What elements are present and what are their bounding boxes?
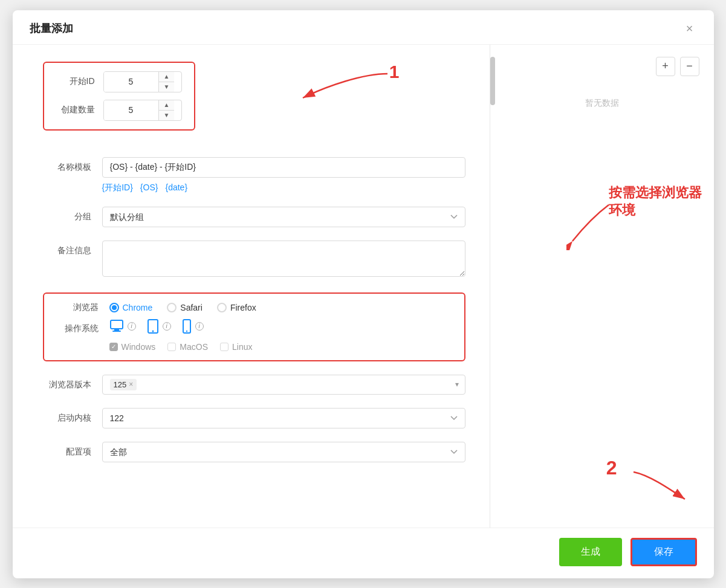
dialog-title: 批量添加	[30, 21, 73, 36]
name-template-row: 名称模板 {开始ID} {OS} {date}	[43, 157, 465, 193]
safari-radio[interactable]	[167, 303, 177, 312]
kernel-label: 启动内核	[43, 408, 91, 424]
browser-chrome-option[interactable]: Chrome	[109, 303, 153, 312]
version-tag-value: 125	[114, 380, 127, 389]
start-id-input[interactable]	[104, 72, 158, 92]
right-top-buttons: + −	[505, 57, 699, 76]
create-count-down[interactable]: ▼	[159, 111, 175, 120]
tablet-icon-item: i	[147, 319, 171, 334]
linux-checkbox[interactable]	[220, 343, 228, 351]
tablet-info-icon[interactable]: i	[163, 322, 171, 331]
browser-version-label: 浏览器版本	[43, 375, 91, 390]
browser-firefox-option[interactable]: Firefox	[217, 303, 256, 312]
firefox-radio[interactable]	[217, 303, 227, 312]
config-select[interactable]: 全部	[102, 442, 465, 462]
windows-checkbox[interactable]	[109, 343, 118, 351]
firefox-label: Firefox	[230, 303, 256, 312]
chrome-radio[interactable]	[109, 303, 119, 312]
config-label: 配置项	[43, 442, 91, 457]
id-count-box: 开始ID ▲ ▼ 创建数量	[43, 62, 195, 131]
browser-safari-option[interactable]: Safari	[167, 303, 203, 312]
note-label: 备注信息	[43, 241, 91, 256]
svg-point-5	[152, 330, 154, 332]
dialog-body: 开始ID ▲ ▼ 创建数量	[13, 45, 714, 528]
svg-rect-1	[111, 320, 123, 329]
svg-point-7	[186, 330, 187, 331]
config-row: 配置项 全部	[43, 442, 465, 462]
browser-label: 浏览器	[56, 302, 99, 313]
tag-date[interactable]: {date}	[165, 183, 187, 193]
windows-icon-item: i	[109, 320, 136, 333]
macos-checkbox[interactable]	[167, 343, 176, 351]
start-id-label: 开始ID	[53, 76, 95, 87]
note-textarea[interactable]	[102, 241, 465, 277]
annotation-1-area: 1	[267, 68, 400, 106]
name-template-input[interactable]	[102, 157, 465, 178]
windows-checkbox-label: Windows	[122, 342, 156, 352]
group-select[interactable]: 默认分组	[102, 207, 465, 227]
remove-item-button[interactable]: −	[680, 57, 699, 76]
browser-annotation-arrow	[566, 202, 615, 250]
tag-start-id[interactable]: {开始ID}	[102, 183, 133, 193]
name-template-label: 名称模板	[43, 157, 91, 173]
no-data-text: 暂无数据	[505, 98, 699, 109]
annotation-num-1: 1	[389, 62, 400, 82]
add-item-button[interactable]: +	[656, 57, 675, 76]
tag-os[interactable]: {OS}	[140, 183, 158, 193]
browser-radio-group: Chrome Safari Firefox	[109, 303, 256, 312]
annotation-num-2: 2	[606, 457, 617, 479]
dialog-footer: 生成 保存	[13, 528, 714, 578]
os-label: 操作系统	[56, 323, 99, 334]
scrollbar-track	[490, 45, 495, 491]
scrollbar-thumb	[490, 57, 495, 105]
phone-icon	[182, 319, 192, 334]
group-row: 分组 默认分组	[43, 207, 465, 227]
version-dropdown-icon[interactable]: ▾	[455, 380, 459, 389]
version-tag-close[interactable]: ×	[129, 380, 133, 389]
chrome-label: Chrome	[123, 303, 153, 312]
phone-icon-item: i	[182, 319, 204, 334]
close-button[interactable]: ×	[682, 21, 697, 36]
safari-label: Safari	[180, 303, 203, 312]
create-count-up[interactable]: ▲	[159, 100, 175, 111]
batch-add-dialog: 批量添加 × 开始ID ▲ ▼	[13, 10, 714, 578]
dialog-header: 批量添加 ×	[13, 10, 714, 45]
tablet-icon	[147, 319, 159, 334]
os-checkbox-group: Windows MacOS Linux	[109, 342, 253, 352]
template-tags: {开始ID} {OS} {date}	[102, 183, 465, 193]
start-id-spinner[interactable]: ▲ ▼	[103, 71, 182, 92]
kernel-select[interactable]: 122	[102, 408, 465, 428]
phone-info-icon[interactable]: i	[195, 322, 204, 331]
create-count-label: 创建数量	[53, 105, 95, 115]
linux-checkbox-label: Linux	[232, 342, 252, 352]
os-icons-row: 操作系统 i	[56, 319, 452, 338]
browser-version-input[interactable]: 125 × ▾	[102, 375, 465, 395]
windows-checkbox-item[interactable]: Windows	[109, 342, 156, 352]
os-checkbox-row: Windows MacOS Linux	[56, 342, 452, 352]
create-count-spinner[interactable]: ▲ ▼	[103, 100, 182, 121]
annotation-arrow-2	[630, 469, 691, 505]
right-panel: + − 暂无数据 按需选择浏览器环境 2	[490, 45, 714, 528]
browser-os-box: 浏览器 Chrome Safari Firefox	[43, 292, 465, 361]
start-id-down[interactable]: ▼	[159, 82, 175, 92]
create-count-input[interactable]	[104, 100, 158, 120]
linux-checkbox-item[interactable]: Linux	[220, 342, 252, 352]
browser-row: 浏览器 Chrome Safari Firefox	[56, 302, 452, 313]
browser-annotation: 按需选择浏览器环境	[609, 184, 702, 219]
windows-info-icon[interactable]: i	[128, 322, 136, 331]
generate-button[interactable]: 生成	[559, 538, 622, 566]
version-tag-125: 125 ×	[110, 379, 137, 390]
note-row: 备注信息	[43, 241, 465, 279]
browser-annotation-text: 按需选择浏览器环境	[609, 185, 702, 218]
browser-version-row: 浏览器版本 125 × ▾	[43, 375, 465, 395]
left-panel: 开始ID ▲ ▼ 创建数量	[13, 45, 490, 528]
macos-checkbox-item[interactable]: MacOS	[167, 342, 208, 352]
annotation-arrow-1	[267, 68, 400, 104]
group-label: 分组	[43, 207, 91, 222]
save-button[interactable]: 保存	[630, 538, 697, 566]
svg-rect-2	[114, 329, 119, 331]
kernel-row: 启动内核 122	[43, 408, 465, 428]
start-id-up[interactable]: ▲	[159, 72, 175, 82]
windows-monitor-icon	[109, 320, 124, 333]
macos-checkbox-label: MacOS	[180, 342, 208, 352]
